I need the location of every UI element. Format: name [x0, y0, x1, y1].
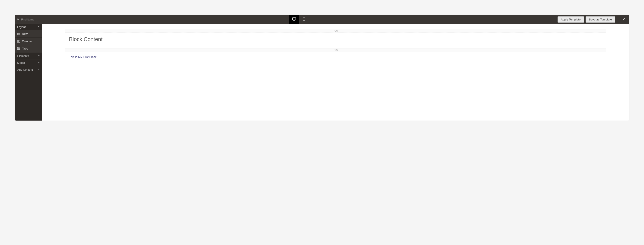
row-label: ROW	[65, 29, 606, 33]
topbar-right: Apply Template Save as Template	[556, 15, 629, 24]
block-text[interactable]: This is My First Block	[69, 55, 602, 58]
row-content[interactable]: Block Content	[66, 33, 605, 45]
page-builder-app: < Apply Template Save as Template	[15, 15, 629, 121]
canvas[interactable]: ROW Block Content ROW This is My First B…	[42, 24, 629, 121]
svg-point-0	[17, 18, 19, 19]
svg-rect-11	[19, 40, 20, 42]
row-label: ROW	[65, 48, 606, 52]
tabs-icon	[17, 47, 20, 50]
sidebar-section-elements: Elements	[15, 52, 42, 59]
search-input[interactable]	[21, 18, 38, 21]
svg-rect-2	[292, 18, 296, 20]
sidebar-item-label: Row	[22, 32, 28, 35]
search-section	[15, 15, 42, 24]
svg-rect-9	[18, 33, 20, 35]
sidebar-header-media[interactable]: Media	[15, 59, 42, 66]
topbar: < Apply Template Save as Template	[15, 15, 629, 24]
chevron-down-icon	[38, 54, 40, 57]
sidebar-header-addcontent[interactable]: Add Content	[15, 66, 42, 73]
sidebar-header-elements[interactable]: Elements	[15, 52, 42, 59]
sidebar-item-tabs[interactable]: Tabs	[15, 45, 42, 52]
apply-template-button[interactable]: Apply Template	[558, 16, 584, 23]
sidebar-section-label: Add Content	[17, 68, 33, 71]
svg-rect-10	[18, 40, 18, 42]
chevron-down-icon	[38, 68, 40, 71]
sidebar-item-row[interactable]: Row	[15, 30, 42, 38]
svg-rect-13	[19, 47, 20, 48]
spacer	[309, 15, 556, 24]
sidebar: Layout Row	[15, 24, 42, 121]
sidebar-section-label: Media	[17, 61, 25, 64]
row-icon	[17, 32, 20, 35]
viewport-mobile-button[interactable]	[299, 15, 309, 24]
viewport-toggles: <	[289, 15, 309, 24]
svg-line-1	[19, 19, 20, 20]
expand-icon	[622, 17, 626, 21]
sidebar-section-addcontent: Add Content	[15, 66, 42, 73]
search-icon	[17, 17, 20, 21]
row-content[interactable]: This is My First Block	[66, 53, 605, 61]
fullscreen-button[interactable]	[621, 16, 627, 23]
svg-rect-12	[17, 47, 18, 48]
main-area: Layout Row	[15, 24, 629, 121]
sidebar-section-media: Media	[15, 59, 42, 66]
save-template-button[interactable]: Save as Template	[586, 16, 615, 23]
chevron-up-icon	[38, 25, 40, 29]
chevron-down-icon	[38, 61, 40, 64]
sidebar-item-label: Tabs	[22, 47, 28, 50]
canvas-row[interactable]: ROW This is My First Block	[65, 48, 606, 62]
sidebar-section-layout: Layout Row	[15, 24, 42, 52]
sidebar-item-label: Column	[22, 40, 32, 43]
sidebar-section-label: Layout	[17, 25, 26, 29]
desktop-icon: <	[292, 17, 296, 22]
svg-point-6	[304, 20, 304, 20]
sidebar-item-column[interactable]: Column	[15, 38, 42, 45]
spacer	[42, 15, 289, 24]
mobile-icon	[302, 17, 306, 22]
canvas-row[interactable]: ROW Block Content	[65, 29, 606, 46]
block-heading[interactable]: Block Content	[69, 36, 602, 42]
sidebar-section-label: Elements	[17, 54, 29, 57]
viewport-desktop-button[interactable]: <	[289, 15, 299, 24]
svg-rect-14	[17, 48, 20, 50]
sidebar-header-layout[interactable]: Layout	[15, 24, 42, 30]
column-icon	[17, 40, 20, 43]
